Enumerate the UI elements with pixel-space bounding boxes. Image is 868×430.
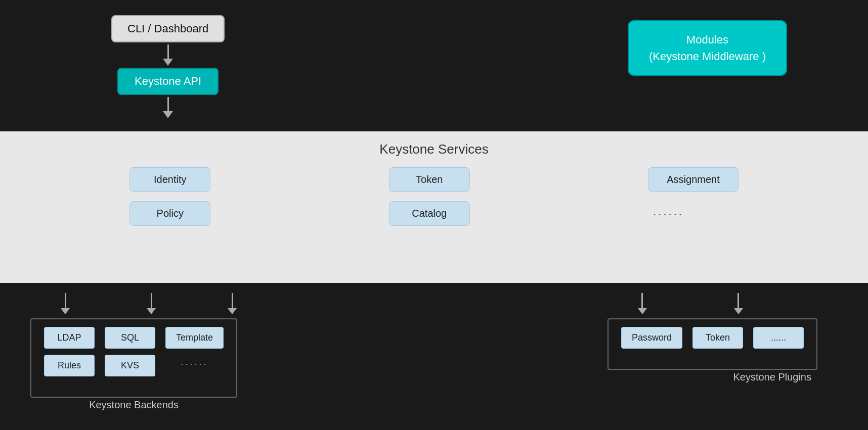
arrow-line-2 — [167, 97, 169, 111]
arrow-to-template — [228, 293, 237, 314]
modules-title: Modules — [686, 33, 728, 46]
bottom-section: LDAP Rules SQL KVS Template ...... Keyst… — [0, 283, 868, 430]
token-box: Token — [389, 167, 470, 192]
services-grid: Identity Policy Token Catalog Assignment… — [0, 167, 868, 226]
ldap-box: LDAP — [44, 327, 95, 349]
kvs-box: KVS — [105, 355, 155, 376]
services-col-3: Assignment ...... — [648, 167, 739, 226]
rules-box: Rules — [44, 355, 95, 376]
services-col-2: Token Catalog — [389, 167, 470, 226]
backends-label: Keystone Backends — [89, 399, 179, 411]
middle-section: Keystone Services Identity Policy Token … — [0, 131, 868, 283]
top-left-flow: CLI / Dashboard Keystone API — [111, 15, 225, 120]
plugins-container: Password Token ...... Keystone Plugins — [607, 318, 817, 370]
backends-col-template: Template ...... — [165, 327, 224, 369]
arrow-head-2 — [163, 111, 173, 118]
catalog-box: Catalog — [389, 201, 470, 226]
arrow-to-sql — [147, 293, 156, 314]
plugins-col-password: Password — [621, 327, 682, 349]
plugins-col-dots: ...... — [753, 327, 804, 349]
template-dots: ...... — [181, 355, 208, 369]
arrow-to-ldap — [61, 293, 70, 314]
arrow-line — [167, 44, 169, 59]
assignment-box: Assignment — [648, 167, 739, 192]
services-col-1: Identity Policy — [129, 167, 210, 226]
policy-box: Policy — [129, 201, 210, 226]
keystone-api-box: Keystone API — [117, 68, 219, 95]
arrow-api-to-services — [163, 97, 173, 118]
arrow-cli-to-api — [163, 44, 173, 66]
modules-subtitle: (Keystone Middleware ) — [649, 50, 766, 63]
assignment-dots: ...... — [648, 201, 689, 222]
plugins-label: Keystone Plugins — [733, 371, 811, 383]
backends-col-sql: SQL KVS — [105, 327, 155, 376]
backends-container: LDAP Rules SQL KVS Template ...... Keyst… — [30, 318, 237, 398]
arrow-head — [163, 59, 173, 66]
modules-box: Modules (Keystone Middleware ) — [628, 20, 787, 76]
password-box: Password — [621, 327, 682, 349]
arrow-to-token-plugin — [734, 293, 743, 314]
plugins-col-token: Token — [692, 327, 743, 349]
arrow-to-password — [638, 293, 647, 314]
plugins-dots-box: ...... — [753, 327, 804, 349]
cli-dashboard-box: CLI / Dashboard — [111, 15, 225, 42]
sql-box: SQL — [105, 327, 155, 349]
token-plugin-box: Token — [692, 327, 743, 349]
services-title: Keystone Services — [379, 141, 488, 157]
backends-col-ldap: LDAP Rules — [44, 327, 95, 376]
identity-box: Identity — [129, 167, 210, 192]
template-box: Template — [165, 327, 224, 349]
top-section: CLI / Dashboard Keystone API Modules (Ke… — [0, 0, 868, 131]
